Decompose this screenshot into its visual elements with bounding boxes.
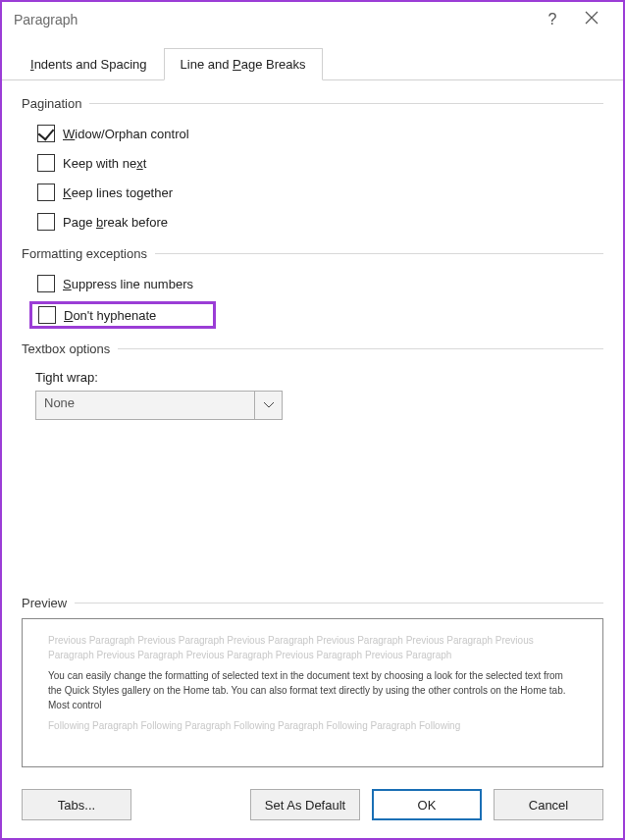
page-break-row[interactable]: Page break before: [37, 210, 603, 234]
paragraph-dialog: Paragraph ? Indents and Spacing Line and…: [0, 0, 625, 840]
widow-orphan-label: Widow/Orphan control: [63, 127, 189, 141]
suppress-line-numbers-row[interactable]: Suppress line numbers: [37, 272, 603, 295]
preview-following-text: Following Paragraph Following Paragraph …: [48, 718, 577, 733]
content-area: Pagination Widow/Orphan control Keep wit…: [2, 80, 623, 777]
section-pagination: Pagination: [22, 96, 603, 111]
page-break-checkbox[interactable]: [37, 213, 55, 231]
keep-lines-label: Keep lines together: [63, 185, 173, 200]
chevron-down-icon[interactable]: [254, 392, 282, 419]
widow-orphan-checkbox[interactable]: [37, 125, 55, 142]
tabs-button[interactable]: Tabs...: [22, 789, 131, 820]
dont-hyphenate-label: Don't hyphenate: [64, 308, 156, 323]
keep-with-next-row[interactable]: Keep with next: [37, 151, 603, 175]
button-bar: Tabs... Set As Default OK Cancel: [2, 777, 623, 838]
suppress-line-numbers-label: Suppress line numbers: [63, 277, 193, 291]
tight-wrap-value: None: [36, 392, 254, 419]
tab-line-page-breaks[interactable]: Line and Page Breaks: [164, 48, 323, 80]
page-break-label: Page break before: [63, 215, 168, 230]
preview-previous-text: Previous Paragraph Previous Paragraph Pr…: [48, 633, 577, 662]
keep-with-next-label: Keep with next: [63, 156, 146, 171]
keep-lines-row[interactable]: Keep lines together: [37, 181, 603, 204]
section-textbox: Textbox options: [22, 341, 603, 356]
set-as-default-button[interactable]: Set As Default: [250, 789, 360, 820]
ok-button[interactable]: OK: [372, 789, 482, 820]
tab-row: Indents and Spacing Line and Page Breaks: [2, 37, 623, 80]
dont-hyphenate-checkbox[interactable]: [38, 306, 56, 324]
section-preview: Preview: [22, 596, 603, 610]
cancel-button[interactable]: Cancel: [494, 789, 603, 820]
dont-hyphenate-row[interactable]: Don't hyphenate: [29, 301, 216, 329]
keep-with-next-checkbox[interactable]: [37, 154, 55, 172]
tight-wrap-label: Tight wrap:: [35, 370, 603, 385]
close-button[interactable]: [572, 11, 611, 28]
preview-sample-text: You can easily change the formatting of …: [48, 668, 577, 712]
dialog-title: Paragraph: [14, 12, 533, 27]
suppress-line-numbers-checkbox[interactable]: [37, 275, 55, 292]
widow-orphan-row[interactable]: Widow/Orphan control: [37, 122, 603, 145]
help-button[interactable]: ?: [533, 11, 572, 28]
titlebar: Paragraph ?: [2, 2, 623, 37]
tab-indents-spacing[interactable]: Indents and Spacing: [14, 48, 164, 80]
preview-box: Previous Paragraph Previous Paragraph Pr…: [22, 618, 603, 767]
tight-wrap-select[interactable]: None: [35, 391, 283, 420]
keep-lines-checkbox[interactable]: [37, 184, 55, 201]
section-formatting: Formatting exceptions: [22, 246, 603, 261]
